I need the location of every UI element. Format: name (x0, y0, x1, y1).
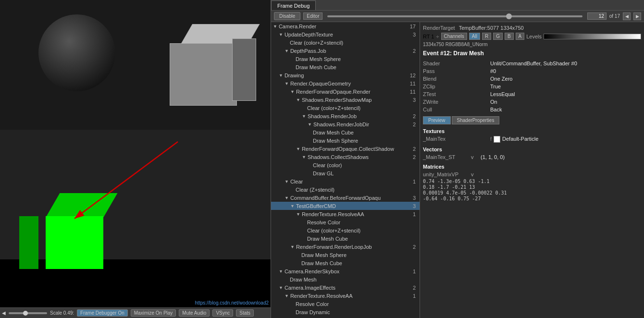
tree-item-label: Draw Mesh Cube (313, 130, 354, 135)
maximize-btn[interactable]: Maximize On Play (131, 309, 176, 317)
preview-tab-btn[interactable]: Preview (423, 116, 451, 124)
scene-background: https://blog.csdn.net/wodownload2 (0, 0, 271, 307)
tree-arrow: ▼ (285, 49, 289, 53)
frame-number-input[interactable] (587, 12, 607, 20)
tree-item[interactable]: ▼UpdateDepthTexture3 (271, 30, 420, 38)
tree-item[interactable]: ▼RenderTexture.ResolveAA1 (271, 292, 420, 300)
texture-preview-icon (494, 136, 500, 143)
watermark: https://blog.csdn.net/wodownload2 (195, 300, 269, 306)
frame-debugger-btn[interactable]: Frame Debugger On (77, 309, 128, 317)
tree-item-label: Resolve Color (296, 301, 329, 307)
tree-item[interactable]: ▼Camera.ImageEffects2 (271, 283, 420, 292)
tree-item[interactable]: Clear (color+Z+stencil) (271, 104, 420, 112)
frame-debug-tab[interactable]: Frame Debug (271, 0, 316, 10)
tree-arrow: ▼ (279, 32, 283, 37)
tree-item-count: 1 (413, 269, 418, 274)
editor-dropdown[interactable]: Editor (303, 12, 322, 20)
tree-item[interactable]: ▼RenderForwardOpaque.Render11 (271, 87, 420, 96)
channel-all-btn[interactable]: All (469, 33, 480, 40)
scale-value-label: Scale 0.49: (50, 310, 74, 316)
tree-item-label: Render.OpaqueGeometry (290, 81, 351, 86)
main-tex-value: Default-Particle (502, 136, 538, 143)
tree-item-count: 2 (413, 154, 418, 160)
tree-item[interactable]: Draw Mesh Cube (271, 128, 420, 136)
tree-item[interactable]: ▼Clear1 (271, 177, 420, 185)
tree-item[interactable]: Clear (color+Z+stencil) (271, 38, 420, 47)
tree-item[interactable]: Draw Mesh Sphere (271, 251, 420, 259)
vectors-title: Vectors (423, 147, 641, 152)
channels-row: RT 1 ÷ Channels All R G B A Levels (423, 33, 641, 40)
tree-item-count: 2 (413, 113, 418, 119)
tree-arrow: ▼ (279, 269, 283, 274)
channel-b-btn[interactable]: B (505, 33, 514, 40)
tree-item-count: 12 (410, 73, 418, 78)
matrix-row-4: -0.64 -0.16 0.75 -27 (423, 196, 641, 201)
tree-item[interactable]: Draw Mesh Cube (271, 234, 420, 243)
scale-slider[interactable] (9, 312, 47, 314)
viewport-scene: https://blog.csdn.net/wodownload2 (0, 0, 271, 307)
tree-item[interactable]: Draw Mesh Cube (271, 259, 420, 267)
matrix-row-3: 0.00019 4.7e-05 -0.00022 0.31 (423, 190, 641, 196)
tree-item-count: 1 (413, 179, 418, 184)
tree-item[interactable]: Draw Mesh Sphere (271, 136, 420, 145)
mute-audio-btn[interactable]: Mute Audio (179, 309, 210, 317)
tree-arrow: ▼ (290, 245, 295, 249)
tree-item-count: 3 (413, 195, 418, 201)
tree-item[interactable]: Resolve Color (271, 300, 420, 308)
shader-props-tab-btn[interactable]: ShaderProperties (452, 116, 500, 124)
tree-panel[interactable]: ▼Camera.Render17▼UpdateDepthTexture3Clea… (271, 22, 420, 318)
tree-item[interactable]: ▼Camera.Render17 (271, 22, 420, 30)
tree-item[interactable]: ▼RenderTexture.ResolveAA1 (271, 210, 420, 218)
tree-arrow: ▼ (285, 81, 289, 86)
tree-item[interactable]: ▼Render.OpaqueGeometry11 (271, 79, 420, 87)
tree-arrow: ▼ (290, 204, 295, 208)
prev-frame-btn[interactable]: ◀ (623, 12, 631, 20)
tree-arrow: ▼ (279, 73, 283, 78)
tree-item-label: RenderTexture.ResolveAA (302, 211, 364, 217)
tree-item-label: RenderForward.RenderLoopJob (296, 244, 372, 250)
stats-btn[interactable]: Stats (236, 309, 254, 317)
tree-item-label: Clear (color) (313, 162, 342, 168)
tree-arrow: ▼ (308, 122, 312, 127)
tree-item[interactable]: ▼Shadows.RenderJob2 (271, 112, 420, 120)
tree-item-label: UpdateDepthTexture (285, 32, 333, 37)
tree-item-label: Drawing (285, 73, 304, 78)
tree-item[interactable]: Clear (color) (271, 161, 420, 169)
tree-item-label: RenderTexture.ResolveAA (290, 293, 353, 299)
tree-item[interactable]: ▼Camera.RenderSkybox1 (271, 267, 420, 275)
tree-item[interactable]: ▼RenderForwardOpaque.CollectShadow2 (271, 145, 420, 153)
tree-item[interactable]: ▼Shadows.RenderJobDir2 (271, 120, 420, 128)
channel-a-btn[interactable]: A (516, 33, 525, 40)
tree-item-label: Camera.Render (279, 24, 316, 29)
tree-item[interactable]: ▼CommandBuffer.BeforeForwardOpaqu3 (271, 194, 420, 202)
tree-item[interactable]: Resolve Color (271, 218, 420, 226)
tree-item[interactable]: ▼Shadows.RenderShadowMap3 (271, 96, 420, 104)
disable-button[interactable]: Disable (274, 12, 300, 20)
tree-item[interactable]: Draw Mesh Sphere (271, 55, 420, 63)
vsync-btn[interactable]: VSync (212, 309, 233, 317)
tree-item-count: 2 (413, 146, 418, 152)
tree-item[interactable]: Draw GL (271, 169, 420, 177)
tree-item[interactable]: Draw Dynamic (271, 308, 420, 316)
tree-item[interactable]: Draw Mesh Cube (271, 63, 420, 71)
rt-divider: ÷ (436, 34, 439, 39)
frame-slider[interactable] (327, 15, 582, 17)
tree-item[interactable]: ▼RenderForward.RenderLoopJob2 (271, 243, 420, 251)
channel-r-btn[interactable]: R (482, 33, 491, 40)
tree-item[interactable]: Draw Mesh (271, 275, 420, 283)
tree-item[interactable]: ▼DepthPass.Job2 (271, 47, 420, 55)
tree-item-count: 2 (413, 122, 418, 127)
tree-item[interactable]: Clear (color+Z+stencil) (271, 226, 420, 234)
channel-g-btn[interactable]: G (493, 33, 503, 40)
tree-item[interactable]: ▼Drawing12 (271, 71, 420, 79)
next-frame-btn[interactable]: ▶ (633, 12, 641, 20)
ztest-value: LessEqual (490, 91, 515, 97)
tree-item[interactable]: Clear (Z+stencil) (271, 185, 420, 194)
tree-item-label: Clear (color+Z+stencil) (290, 40, 343, 46)
tree-item[interactable]: ▼Shadows.CollectShadows2 (271, 153, 420, 161)
tree-item-label: Camera.RenderSkybox (285, 269, 339, 274)
tree-item[interactable]: ▼TestGBufferCMD3 (271, 202, 420, 210)
channels-label-btn[interactable]: Channels (441, 33, 467, 40)
tree-item-label: Clear (290, 179, 303, 184)
main-tex-st-value: (1, 1, 0, 0) (481, 154, 505, 160)
